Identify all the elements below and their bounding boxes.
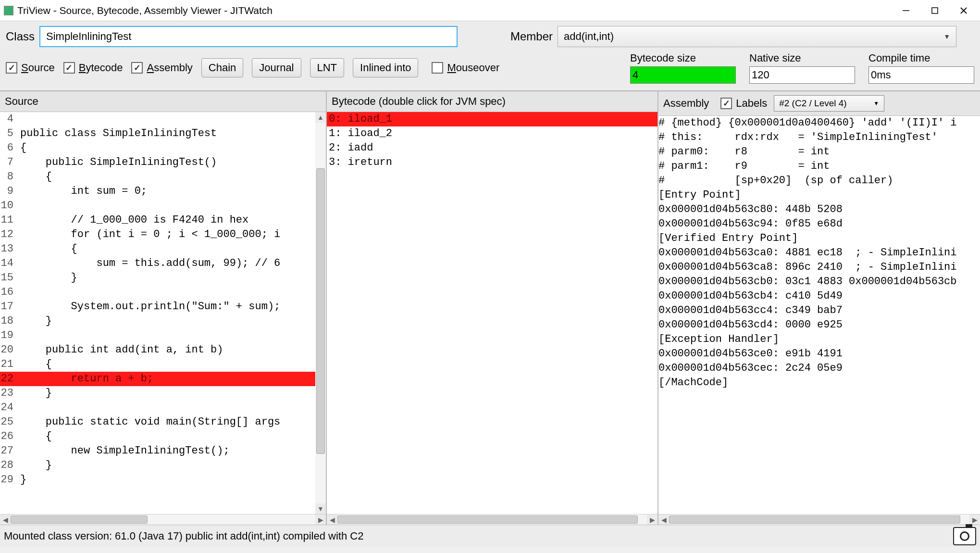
bytecode-panel-title: Bytecode (double click for JVM spec) xyxy=(332,95,506,108)
assembly-line[interactable]: [Verified Entry Point] xyxy=(658,231,980,246)
assembly-line[interactable]: 0x000001d04b563cb0: 03c1 4883 0x000001d0… xyxy=(658,275,980,289)
assembly-line[interactable]: 0x000001d04b563c80: 448b 5208 xyxy=(658,202,980,217)
titlebar: TriView - Source, Bytecode, Assembly Vie… xyxy=(0,0,980,21)
assembly-panel-title: Assembly xyxy=(663,97,709,110)
assembly-line[interactable]: # {method} {0x000001d0a0400460} 'add' '(… xyxy=(658,116,980,130)
journal-button[interactable]: Journal xyxy=(252,58,301,77)
class-member-row: Class Member add(int,int) ▼ xyxy=(0,21,980,50)
bytecode-panel-body[interactable]: 0: iload_11: iload_22: iadd3: ireturn xyxy=(327,112,657,514)
compile-time-label: Compile time xyxy=(868,52,974,64)
source-line[interactable]: 22 return a + b; xyxy=(0,372,315,386)
assembly-line[interactable]: [Exception Handler] xyxy=(658,332,980,347)
assembly-line[interactable]: 0x000001d04b563cc4: c349 bab7 xyxy=(658,303,980,318)
source-panel-header: Source xyxy=(0,91,326,112)
chevron-down-icon: ▼ xyxy=(943,33,950,40)
assembly-panel: Assembly ✓ Labels #2 (C2 / Level 4) ▼ # … xyxy=(658,91,980,525)
source-line[interactable]: 27 new SimpleInliningTest(); xyxy=(0,444,315,458)
scroll-left-icon[interactable]: ◀ xyxy=(0,515,11,525)
source-panel-body[interactable]: 45public class SimpleInliningTest6{7 pub… xyxy=(0,112,326,514)
window-title: TriView - Source, Bytecode, Assembly Vie… xyxy=(17,5,273,16)
source-line[interactable]: 26 { xyxy=(0,429,315,444)
scroll-left-icon[interactable]: ◀ xyxy=(327,515,337,525)
bytecode-line[interactable]: 1: iload_2 xyxy=(327,126,657,141)
scroll-left-icon[interactable]: ◀ xyxy=(658,515,669,525)
member-label: Member xyxy=(510,30,553,43)
statusbar: Mounted class version: 61.0 (Java 17) pu… xyxy=(0,525,980,547)
chain-button[interactable]: Chain xyxy=(201,58,243,77)
source-line[interactable]: 5public class SimpleInliningTest xyxy=(0,126,315,141)
source-horizontal-scrollbar[interactable]: ◀ ▶ xyxy=(0,514,326,525)
source-line[interactable]: 25 public static void main(String[] args xyxy=(0,415,315,429)
assembly-line[interactable]: 0x000001d04b563c94: 0f85 e68d xyxy=(658,217,980,231)
close-button[interactable] xyxy=(949,1,978,20)
bytecode-panel: Bytecode (double click for JVM spec) 0: … xyxy=(327,91,658,525)
assembly-line[interactable]: [/MachCode] xyxy=(658,376,980,390)
svg-rect-1 xyxy=(932,8,938,13)
bytecode-line[interactable]: 0: iload_1 xyxy=(327,112,657,126)
assembly-horizontal-scrollbar[interactable]: ◀ ▶ xyxy=(658,514,980,525)
source-line[interactable]: 28 } xyxy=(0,458,315,473)
minimize-button[interactable] xyxy=(892,1,920,20)
source-line[interactable]: 15 } xyxy=(0,271,315,285)
assembly-line[interactable]: 0x000001d04b563ca8: 896c 2410 ; - Simple… xyxy=(658,260,980,275)
source-vertical-scrollbar[interactable]: ▲ ▼ xyxy=(315,112,326,514)
source-line[interactable]: 14 sum = this.add(sum, 99); // 6 xyxy=(0,256,315,271)
source-line[interactable]: 11 // 1_000_000 is F4240 in hex xyxy=(0,213,315,227)
assembly-panel-body[interactable]: # {method} {0x000001d0a0400460} 'add' '(… xyxy=(658,116,980,514)
source-line[interactable]: 13 { xyxy=(0,242,315,256)
inlined-into-button[interactable]: Inlined into xyxy=(353,58,418,77)
source-line[interactable]: 21 { xyxy=(0,357,315,372)
source-line[interactable]: 29} xyxy=(0,473,315,487)
assembly-line[interactable]: 0x000001d04b563cec: 2c24 05e9 xyxy=(658,361,980,376)
scroll-right-icon[interactable]: ▶ xyxy=(969,515,980,525)
bytecode-line[interactable]: 2: iadd xyxy=(327,141,657,155)
scroll-right-icon[interactable]: ▶ xyxy=(647,515,657,525)
native-size-label: Native size xyxy=(749,52,855,64)
class-input[interactable] xyxy=(39,26,458,47)
mouseover-toggle[interactable]: Mouseover xyxy=(432,62,499,74)
assembly-toggle[interactable]: ✓ Assembly xyxy=(131,62,192,74)
bytecode-toggle[interactable]: ✓ Bytecode xyxy=(63,62,123,74)
source-line[interactable]: 9 int sum = 0; xyxy=(0,184,315,199)
source-line[interactable]: 4 xyxy=(0,112,315,126)
assembly-line[interactable]: # [sp+0x20] (sp of caller) xyxy=(658,174,980,188)
source-line[interactable]: 18 } xyxy=(0,314,315,328)
assembly-line[interactable]: 0x000001d04b563cd4: 0000 e925 xyxy=(658,318,980,332)
bytecode-size-metric: Bytecode size 4 xyxy=(630,52,736,84)
assembly-line[interactable]: # parm0: r8 = int xyxy=(658,145,980,159)
source-line[interactable]: 8 { xyxy=(0,170,315,184)
source-line[interactable]: 6{ xyxy=(0,141,315,155)
source-toggle[interactable]: ✓ Source xyxy=(6,62,55,74)
assembly-line[interactable]: 0x000001d04b563ca0: 4881 ec18 ; - Simple… xyxy=(658,246,980,260)
assembly-line[interactable]: [Entry Point] xyxy=(658,188,980,202)
status-text: Mounted class version: 61.0 (Java 17) pu… xyxy=(4,530,363,542)
assembly-level-select[interactable]: #2 (C2 / Level 4) ▼ xyxy=(774,95,884,112)
assembly-line[interactable]: 0x000001d04b563cb4: c410 5d49 xyxy=(658,289,980,303)
source-line[interactable]: 7 public SimpleInliningTest() xyxy=(0,155,315,170)
source-line[interactable]: 24 xyxy=(0,401,315,415)
app-icon xyxy=(4,6,13,15)
source-line[interactable]: 23 } xyxy=(0,386,315,401)
class-label: Class xyxy=(6,30,35,43)
maximize-button[interactable] xyxy=(920,1,949,20)
source-line[interactable]: 12 for (int i = 0 ; i < 1_000_000; i xyxy=(0,227,315,242)
scroll-down-icon[interactable]: ▼ xyxy=(315,503,326,514)
compile-time-value: 0ms xyxy=(868,66,974,84)
bytecode-line[interactable]: 3: ireturn xyxy=(327,155,657,170)
labels-toggle[interactable]: ✓ Labels xyxy=(720,97,767,110)
member-select[interactable]: add(int,int) ▼ xyxy=(558,26,956,47)
source-line[interactable]: 19 xyxy=(0,328,315,343)
lnt-button[interactable]: LNT xyxy=(310,58,345,77)
scroll-up-icon[interactable]: ▲ xyxy=(315,112,326,123)
source-line[interactable]: 17 System.out.println("Sum:" + sum); xyxy=(0,300,315,314)
scroll-right-icon[interactable]: ▶ xyxy=(315,515,326,525)
assembly-line[interactable]: # this: rdx:rdx = 'SimpleInliningTest' xyxy=(658,130,980,145)
screenshot-button[interactable] xyxy=(953,527,976,545)
bytecode-horizontal-scrollbar[interactable]: ◀ ▶ xyxy=(327,514,657,525)
source-line[interactable]: 10 xyxy=(0,199,315,213)
source-line[interactable]: 20 public int add(int a, int b) xyxy=(0,343,315,357)
assembly-line[interactable]: # parm1: r9 = int xyxy=(658,159,980,174)
assembly-line[interactable]: 0x000001d04b563ce0: e91b 4191 xyxy=(658,347,980,361)
assembly-level-value: #2 (C2 / Level 4) xyxy=(779,98,846,109)
source-line[interactable]: 16 xyxy=(0,285,315,300)
